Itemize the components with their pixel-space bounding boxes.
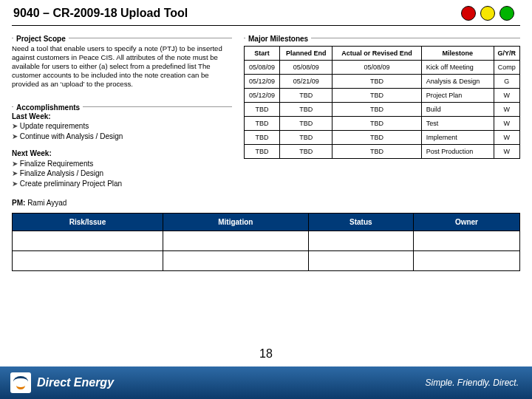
- table-row: TBDTBDTBDBuildW: [245, 103, 520, 117]
- col-header: Milestone: [421, 47, 494, 61]
- col-header: Planned End: [280, 47, 332, 61]
- table-row: TBDTBDTBDPost ProductionW: [245, 145, 520, 159]
- brand-name: Direct Energy: [37, 376, 114, 389]
- milestone-name: Kick off Meeting: [421, 61, 494, 75]
- cell: 05/08/09: [332, 61, 422, 75]
- table-row: TBDTBDTBDImplementW: [245, 131, 520, 145]
- cell: 05/21/09: [280, 75, 332, 89]
- table-row: [13, 251, 520, 271]
- milestones-table: StartPlanned EndActual or Revised EndMil…: [244, 46, 520, 159]
- scope-text: Need a tool that enable users to specify…: [12, 44, 232, 89]
- next-week-heading: Next Week:: [12, 149, 232, 159]
- cell: TBD: [245, 131, 280, 145]
- gyr-cell: W: [494, 103, 519, 117]
- accomplishments-body: Last Week: ➤ Update requirements➤ Contin…: [12, 112, 232, 189]
- col-header: Mitigation: [163, 214, 309, 231]
- col-header: G/Y/R: [494, 47, 519, 61]
- cell: TBD: [280, 117, 332, 131]
- cell: TBD: [245, 103, 280, 117]
- col-header: Status: [308, 214, 413, 231]
- col-header: Risk/Issue: [13, 214, 163, 231]
- section-label-milestones: Major Milestones: [245, 35, 311, 43]
- chevron-right-icon: ➤: [12, 122, 18, 130]
- brand-tagline: Simple. Friendly. Direct.: [426, 378, 532, 388]
- footer-bar: Direct Energy Simple. Friendly. Direct.: [0, 366, 532, 399]
- cell: TBD: [332, 75, 422, 89]
- pm-name: Rami Ayyad: [27, 199, 66, 207]
- brand-logo: Direct Energy: [0, 372, 114, 393]
- cell: TBD: [332, 103, 422, 117]
- light-green-icon: [499, 6, 514, 21]
- cell: TBD: [332, 89, 422, 103]
- col-header: Owner: [413, 214, 519, 231]
- table-row: 05/08/0905/08/0905/08/09Kick off Meeting…: [245, 61, 520, 75]
- cell: TBD: [280, 145, 332, 159]
- table-row: TBDTBDTBDTestW: [245, 117, 520, 131]
- light-red-icon: [461, 6, 476, 21]
- cell: 05/12/09: [245, 75, 280, 89]
- page-title: 9040 – CR-2009-18 Upload Tool: [13, 7, 188, 20]
- pm-label: PM:: [12, 199, 25, 207]
- pm-line: PM: Rami Ayyad: [12, 199, 532, 207]
- chevron-right-icon: ➤: [12, 169, 18, 177]
- chevron-right-icon: ➤: [12, 132, 18, 140]
- milestone-name: Analysis & Design: [421, 75, 494, 89]
- title-bar: 9040 – CR-2009-18 Upload Tool: [0, 0, 532, 21]
- brand-mark-icon: [10, 372, 31, 393]
- cell: TBD: [332, 145, 422, 159]
- table-row: 05/12/0905/21/09TBDAnalysis & DesignG: [245, 75, 520, 89]
- milestone-name: Build: [421, 103, 494, 117]
- table-row: [13, 231, 520, 251]
- page-number: 18: [0, 347, 532, 361]
- gyr-cell: W: [494, 89, 519, 103]
- cell: 05/08/09: [280, 61, 332, 75]
- gyr-cell: W: [494, 117, 519, 131]
- title-rule: [12, 25, 520, 26]
- list-item: ➤ Finalize Requirements: [12, 159, 232, 169]
- list-item: ➤ Create preliminary Project Plan: [12, 179, 232, 189]
- gyr-cell: G: [494, 75, 519, 89]
- cell: TBD: [245, 117, 280, 131]
- col-header: Actual or Revised End: [332, 47, 422, 61]
- table-row: 05/12/09TBDTBDProject PlanW: [245, 89, 520, 103]
- cell: TBD: [332, 131, 422, 145]
- milestone-name: Implement: [421, 131, 494, 145]
- gyr-cell: W: [494, 131, 519, 145]
- cell: TBD: [280, 131, 332, 145]
- col-header: Start: [245, 47, 280, 61]
- last-week-heading: Last Week:: [12, 112, 232, 122]
- chevron-right-icon: ➤: [12, 180, 18, 188]
- risk-table: Risk/IssueMitigationStatusOwner: [12, 213, 520, 271]
- section-label-acc: Accomplishments: [13, 103, 83, 112]
- gyr-cell: Comp: [494, 61, 519, 75]
- cell: TBD: [280, 89, 332, 103]
- cell: 05/12/09: [245, 89, 280, 103]
- section-label-scope: Project Scope: [13, 35, 69, 43]
- light-yellow-icon: [480, 6, 495, 21]
- cell: TBD: [332, 117, 422, 131]
- milestone-name: Test: [421, 117, 494, 131]
- cell: TBD: [245, 145, 280, 159]
- milestone-name: Post Production: [421, 145, 494, 159]
- milestone-name: Project Plan: [421, 89, 494, 103]
- list-item: ➤ Update requirements: [12, 121, 232, 132]
- list-item: ➤ Continue with Analysis / Design: [12, 132, 232, 142]
- chevron-right-icon: ➤: [12, 160, 18, 168]
- cell: 05/08/09: [245, 61, 280, 75]
- status-lights: [461, 6, 519, 21]
- list-item: ➤ Finalize Analysis / Design: [12, 168, 232, 179]
- gyr-cell: W: [494, 145, 519, 159]
- cell: TBD: [280, 103, 332, 117]
